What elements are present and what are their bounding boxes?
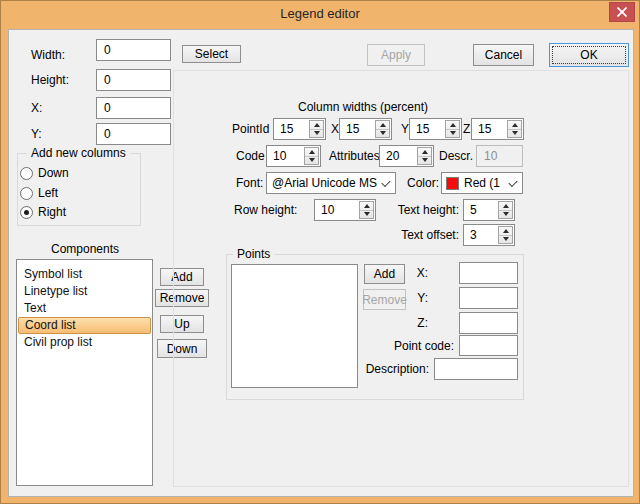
legend-editor-dialog: Legend editor Width: Height: X: Y: Selec… — [0, 0, 640, 504]
text-offset-label: Text offset: — [395, 224, 459, 246]
title-bar[interactable]: Legend editor — [1, 1, 639, 29]
color-combobox[interactable]: Red (1 — [441, 172, 523, 194]
point-z-field[interactable] — [459, 312, 518, 334]
spin-up-icon[interactable] — [310, 121, 323, 130]
y-label: Y: — [31, 123, 42, 145]
attributes-spinner[interactable]: 20 — [379, 145, 434, 167]
description-label: Description: — [369, 358, 429, 380]
pointid-spinner[interactable]: 15 — [273, 118, 326, 140]
colwidth-x-spinner[interactable]: 15 — [339, 118, 392, 140]
colwidth-y-spinner[interactable]: 15 — [409, 118, 462, 140]
text-height-value: 5 — [464, 200, 498, 220]
point-code-field[interactable] — [459, 335, 518, 356]
spin-down-icon[interactable] — [446, 130, 459, 138]
code-value: 10 — [267, 146, 304, 166]
point-x-label: X: — [408, 262, 428, 284]
colwidth-y-value: 15 — [410, 119, 445, 139]
column-widths-title: Column widths (percent) — [263, 100, 463, 114]
spin-up-icon[interactable] — [499, 227, 512, 236]
components-listbox[interactable]: Symbol list Linetype list Text Coord lis… — [16, 259, 153, 486]
font-value: @Arial Unicode MS — [267, 176, 379, 190]
close-icon — [617, 7, 627, 17]
list-item[interactable]: Symbol list — [17, 266, 152, 283]
pointid-label: PointId — [232, 118, 269, 140]
list-item[interactable]: Linetype list — [17, 283, 152, 300]
x-label: X: — [31, 97, 42, 119]
apply-button[interactable]: Apply — [367, 44, 425, 66]
description-field[interactable] — [434, 358, 518, 380]
point-y-field[interactable] — [459, 287, 518, 309]
spin-down-icon[interactable] — [418, 157, 431, 165]
spin-down-icon[interactable] — [499, 236, 512, 244]
pointid-value: 15 — [274, 119, 309, 139]
components-title: Components — [17, 242, 153, 256]
x-field[interactable] — [96, 97, 171, 119]
spin-up-icon[interactable] — [360, 202, 373, 211]
radio-left-label: Left — [38, 186, 58, 200]
width-label: Width: — [31, 44, 65, 66]
points-add-button[interactable]: Add — [364, 264, 405, 284]
spin-down-icon[interactable] — [310, 130, 323, 138]
spin-down-icon[interactable] — [360, 211, 373, 219]
spin-up-icon[interactable] — [305, 148, 318, 157]
spin-up-icon[interactable] — [418, 148, 431, 157]
spin-down-icon[interactable] — [376, 130, 389, 138]
points-remove-button[interactable]: Remove — [363, 289, 406, 310]
spin-up-icon[interactable] — [499, 202, 512, 211]
height-label: Height: — [31, 69, 69, 91]
list-item[interactable]: Text — [17, 300, 152, 317]
color-value: Red (1 — [459, 176, 506, 190]
ok-button[interactable]: OK — [549, 43, 629, 67]
point-code-label: Point code: — [395, 335, 454, 357]
radio-unchecked-icon[interactable] — [20, 187, 33, 200]
point-z-label: Z: — [408, 312, 428, 334]
select-button[interactable]: Select — [182, 45, 241, 63]
row-height-value: 10 — [315, 200, 359, 220]
cancel-button[interactable]: Cancel — [473, 44, 534, 66]
row-height-label: Row height: — [234, 199, 297, 221]
code-label: Code — [236, 145, 265, 167]
code-spinner[interactable]: 10 — [266, 145, 321, 167]
color-swatch — [446, 177, 459, 190]
point-x-field[interactable] — [459, 262, 518, 284]
close-button[interactable] — [609, 2, 635, 22]
radio-down-label: Down — [38, 166, 69, 180]
add-new-columns-title: Add new columns — [27, 147, 130, 160]
spin-up-icon[interactable] — [446, 121, 459, 130]
color-label: Color: — [407, 172, 439, 194]
chevron-down-icon[interactable] — [379, 173, 395, 193]
list-item-selected[interactable]: Coord list — [18, 317, 151, 334]
text-offset-value: 3 — [464, 225, 498, 245]
radio-checked-icon[interactable] — [20, 206, 33, 219]
chevron-down-icon[interactable] — [506, 173, 522, 193]
width-field[interactable] — [96, 39, 171, 61]
font-label: Font: — [236, 172, 263, 194]
radio-right[interactable]: Right — [20, 204, 66, 220]
spin-up-icon[interactable] — [376, 121, 389, 130]
spin-up-icon[interactable] — [508, 121, 521, 130]
radio-down[interactable]: Down — [20, 165, 69, 181]
colwidth-z-label: Z — [463, 118, 470, 140]
spin-down-icon[interactable] — [508, 130, 521, 138]
radio-right-label: Right — [38, 205, 66, 219]
points-listbox[interactable] — [231, 264, 358, 388]
radio-left[interactable]: Left — [20, 185, 58, 201]
radio-unchecked-icon[interactable] — [20, 167, 33, 180]
height-field[interactable] — [96, 69, 171, 91]
list-item[interactable]: Civil prop list — [17, 334, 152, 351]
font-combobox[interactable]: @Arial Unicode MS — [266, 172, 396, 194]
colwidth-z-value: 15 — [472, 119, 507, 139]
text-height-spinner[interactable]: 5 — [463, 199, 515, 221]
attributes-label: Attributes — [329, 145, 380, 167]
colwidth-z-spinner[interactable]: 15 — [471, 118, 524, 140]
row-height-spinner[interactable]: 10 — [314, 199, 376, 221]
text-offset-spinner[interactable]: 3 — [463, 224, 515, 246]
points-title: Points — [233, 248, 274, 261]
page-title: Legend editor — [1, 1, 639, 27]
text-height-label: Text height: — [395, 199, 459, 221]
y-field[interactable] — [96, 123, 171, 145]
colwidth-x-value: 15 — [340, 119, 375, 139]
attributes-value: 20 — [380, 146, 417, 166]
spin-down-icon[interactable] — [499, 211, 512, 219]
spin-down-icon[interactable] — [305, 157, 318, 165]
